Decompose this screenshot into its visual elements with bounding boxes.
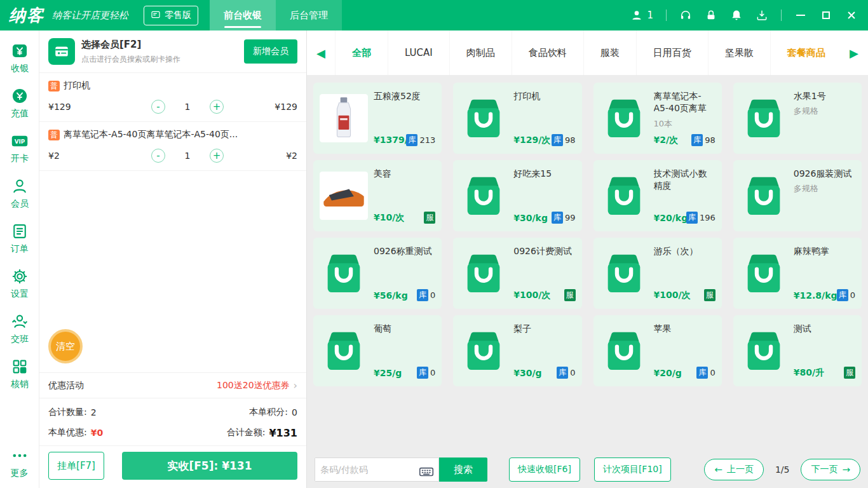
stock-badge: 库 [557, 367, 568, 379]
decrease-qty-button[interactable] [151, 149, 165, 163]
promo-value: 100送20送优惠券 [217, 380, 290, 391]
category-tab-label: 套餐商品 [787, 47, 825, 59]
maximize-button[interactable] [820, 9, 832, 22]
product-card[interactable]: 美容 ¥10/次 服 [313, 160, 442, 231]
clear-cart-button[interactable]: 清空 [48, 329, 83, 363]
category-tab[interactable]: 日用百货 [636, 30, 708, 75]
category-scroll-left-icon[interactable] [307, 30, 335, 75]
device-photo [318, 170, 369, 221]
bag-icon [458, 248, 509, 299]
product-card[interactable]: 0926服装测试 多规格 [733, 160, 862, 231]
minimize-button[interactable] [794, 9, 807, 22]
product-card[interactable]: 游乐（次） ¥100/次 服 [593, 238, 722, 309]
barcode-input[interactable] [315, 458, 418, 481]
keyboard-icon[interactable] [418, 463, 435, 476]
product-card[interactable]: 0926计费测试 ¥100/次 服 [453, 238, 581, 309]
search-button[interactable]: 搜索 [439, 458, 487, 482]
category-tab-label: LUCAI [405, 47, 433, 58]
edition-icon [151, 10, 161, 22]
product-card[interactable]: 0926称重测试 ¥56/kg 库 0 [313, 238, 442, 309]
download-icon[interactable] [756, 9, 768, 22]
product-card[interactable]: 打印机 ¥129/次 库 98 [453, 83, 581, 154]
product-name: 0926服装测试 [794, 168, 855, 180]
product-card[interactable]: 水果1号 多规格 [733, 83, 862, 154]
edition-badge[interactable]: 零售版 [144, 6, 198, 25]
lock-icon[interactable] [705, 9, 717, 22]
mode-tab[interactable]: 前台收银 [210, 0, 276, 30]
product-card[interactable]: 梨子 ¥30/g 库 0 [453, 315, 581, 386]
increase-qty-button[interactable] [210, 149, 224, 163]
pagination: 上一页 1/5 下一页 [704, 459, 860, 480]
increase-qty-button[interactable] [210, 100, 224, 114]
cart-item[interactable]: 普 离草笔记本-A5-40页离草笔记本-A5-40页... ¥2 1 ¥2 [39, 122, 306, 171]
product-price: ¥80/升 [794, 367, 824, 379]
product-card[interactable]: 技术测试小数精度 ¥20/kg 库 196 [593, 160, 722, 231]
category-tab[interactable]: 肉制品 [449, 30, 512, 75]
product-spec: 多规格 [794, 183, 855, 194]
bag-icon [738, 325, 789, 376]
product-card[interactable]: 苹果 ¥20/g 库 0 [593, 315, 722, 386]
product-card[interactable]: 麻辣鸭掌 ¥12.8/kg 库 0 [733, 238, 862, 309]
sidebar-item[interactable]: 设置 [0, 261, 39, 306]
product-card[interactable]: 好吃来15 ¥30/kg 库 99 [453, 160, 581, 231]
service-badge: 服 [704, 289, 715, 301]
sidebar-item[interactable]: VIP 开卡 [0, 126, 39, 171]
category-tab[interactable]: 坚果散 [708, 30, 770, 75]
product-grid: 五粮液52度 ¥1379/瓶 库 213 [307, 75, 868, 386]
category-scroll-right-icon[interactable] [840, 30, 868, 75]
sidebar-item[interactable]: 核销 [0, 351, 39, 396]
cart-item[interactable]: 普 打印机 ¥129 1 ¥129 [39, 73, 306, 122]
prev-page-button[interactable]: 上一页 [704, 459, 764, 480]
product-card[interactable]: 测试 ¥80/升 服 [733, 315, 862, 386]
bell-icon[interactable] [730, 9, 743, 22]
add-member-button[interactable]: 新增会员 [244, 39, 297, 64]
sidebar: 收银 充值 VIP 开卡 会员 订 [0, 30, 39, 488]
brand-slogan: 纳客让开店更轻松 [52, 10, 128, 22]
sidebar-item[interactable]: 充值 [0, 81, 39, 126]
bag-icon [458, 93, 509, 144]
category-tab[interactable]: LUCAI [388, 30, 449, 75]
quick-cashier-button[interactable]: 快速收银[F6] [509, 458, 580, 482]
sidebar-item[interactable]: 收银 [0, 36, 39, 81]
headset-icon[interactable] [679, 9, 692, 22]
mode-tab[interactable]: 后台管理 [276, 0, 342, 30]
product-name: 苹果 [654, 323, 715, 335]
amount-label: 合计金额: [227, 427, 266, 438]
bag-icon [599, 325, 649, 376]
product-name: 测试 [794, 323, 855, 335]
product-card[interactable]: 五粮液52度 ¥1379/瓶 库 213 [313, 83, 442, 154]
member-select-title: 选择会员[F2] [81, 39, 180, 51]
service-badge: 服 [564, 289, 576, 301]
promo-label: 优惠活动 [48, 380, 84, 391]
count-item-button[interactable]: 计次项目[F10] [594, 458, 671, 482]
member-select[interactable]: 选择会员[F2] 点击进行会员搜索或刷卡操作 新增会员 [39, 30, 306, 73]
bag-icon [599, 170, 649, 221]
sidebar-item[interactable]: 会员 [0, 171, 39, 216]
category-tabs: 全部 LUCAI 肉制品 食品饮料 服装 [335, 30, 840, 75]
product-name: 水果1号 [794, 90, 855, 102]
category-tab[interactable]: 食品饮料 [512, 30, 583, 75]
pay-button[interactable]: 实收[F5]: ¥131 [122, 452, 297, 480]
decrease-qty-button[interactable] [151, 100, 165, 114]
product-card[interactable]: 离草笔记本-A5-40页离草笔记本 10本 ¥2/次 库 98 [593, 83, 722, 154]
hold-order-button[interactable]: 挂单[F7] [48, 452, 104, 480]
cart-item-name: 打印机 [64, 80, 90, 92]
product-card[interactable]: 葡萄 ¥25/g 库 0 [313, 315, 442, 386]
product-price: ¥2/次 [654, 135, 679, 146]
promo-row[interactable]: 优惠活动 100送20送优惠券 [39, 372, 306, 398]
stock-count: 213 [419, 135, 435, 145]
sidebar-item[interactable]: 订单 [0, 216, 39, 261]
close-button[interactable] [845, 9, 858, 22]
user-count: 1 [647, 10, 653, 21]
category-tab[interactable]: 套餐商品 [770, 30, 840, 75]
category-tab[interactable]: 全部 [335, 30, 388, 75]
online-users[interactable]: 1 [630, 9, 653, 22]
member-select-subtitle: 点击进行会员搜索或刷卡操作 [81, 54, 180, 65]
sidebar-item-label: 更多 [11, 468, 29, 479]
product-name: 0926称重测试 [374, 245, 435, 257]
category-tab[interactable]: 服装 [583, 30, 636, 75]
sidebar-item-more[interactable]: 更多 [0, 440, 39, 485]
sidebar-item[interactable]: 交班 [0, 306, 39, 351]
cart-list: 普 打印机 ¥129 1 ¥129 [39, 73, 306, 372]
next-page-button[interactable]: 下一页 [801, 459, 860, 480]
